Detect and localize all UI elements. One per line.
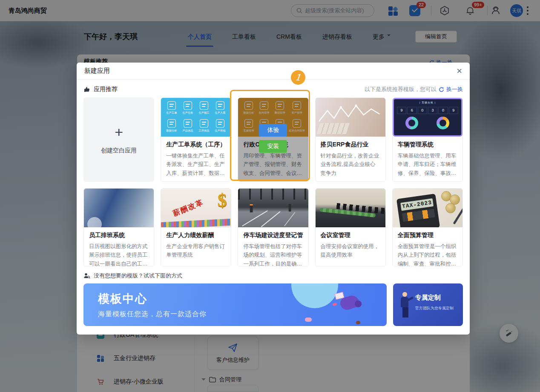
recommend-section-bar: 应用推荐 以下是系统推荐模版，您可以 换一换 bbox=[83, 86, 463, 93]
mini-app-icon bbox=[216, 101, 224, 110]
erp-photo-thumbnail bbox=[316, 98, 385, 137]
template-title: 会议室管理 bbox=[321, 232, 380, 239]
template-center-banner[interactable]: 模板中心 海量模板任您选，总有一款适合你 bbox=[83, 283, 387, 326]
create-blank-label: 创建空白应用 bbox=[101, 147, 137, 155]
modal-header: 新建应用 × bbox=[77, 63, 470, 80]
try-button[interactable]: 体验 bbox=[259, 124, 287, 137]
budget-photo-thumbnail: TAX-2023 bbox=[393, 189, 462, 227]
recommend-title: 应用推荐 bbox=[94, 86, 118, 93]
refresh-icon[interactable] bbox=[439, 87, 444, 92]
template-title: 全面预算管理 bbox=[398, 232, 457, 239]
template-desc: 日历视图以图形化的方式展示排班信息，使得员工可以一眼看出自己的工作日程。 bbox=[89, 242, 149, 266]
template-desc: 生产企业专用客户销售订单管理系统 bbox=[166, 242, 226, 260]
donut-chart bbox=[405, 117, 418, 129]
template-title: 员工排班系统 bbox=[89, 232, 149, 239]
template-card-erp-food[interactable]: 搭贝ERP食品行业 针对食品行业，改善企业业务流程,提高企业核心竞争力 bbox=[315, 97, 386, 182]
template-title: 停车场建设进度登记管理 bbox=[243, 232, 303, 239]
person-search-icon bbox=[83, 272, 90, 279]
schedule-photo-thumbnail bbox=[84, 189, 154, 227]
template-card-salary[interactable]: 薪酬改革 $ 生产人力绩效薪酬 生产企业专用客户销售订单管理系统 bbox=[161, 188, 231, 266]
modal-title: 新建应用 bbox=[84, 67, 110, 75]
template-desc: 一键体验集生产工单、任务派发、生产报工、生产入库、薪资计算、数据分析于一体的..… bbox=[166, 152, 226, 177]
template-title: 生产人力绩效薪酬 bbox=[166, 232, 226, 239]
dollar-sign: $ bbox=[217, 189, 227, 211]
banner-title: 模板中心 bbox=[98, 291, 147, 306]
consultant-illustration bbox=[401, 292, 410, 318]
template-card-meeting[interactable]: 会议室管理 合理安排会议室的使用，提高使用效率 bbox=[315, 188, 386, 266]
template-desc: 针对食品行业，改善企业业务流程,提高企业核心竞争力 bbox=[321, 152, 380, 177]
footer-hint-text: 没有您想要的模版？试试下面的方式 bbox=[94, 272, 182, 280]
custom-banner-title: 专属定制 bbox=[415, 294, 441, 302]
template-card-schedule[interactable]: 员工排班系统 日历视图以图形化的方式展示排班信息，使得员工可以一眼看出自己的工作… bbox=[83, 188, 154, 266]
template-card-parking[interactable]: 停车场建设进度登记管理 停车场管理包括了对停车场的规划、运营和维护等一系列工作，… bbox=[238, 188, 308, 266]
template-grid-row2: 员工排班系统 日历视图以图形化的方式展示排班信息，使得员工可以一眼看出自己的工作… bbox=[83, 188, 463, 266]
footer-hint-row: 没有您想要的模版？试试下面的方式 bbox=[83, 272, 463, 280]
template-card-production[interactable]: 生产工单 生产任务 生产报工 生产入库 数据分析 产品信息 工序信息 生产班组 … bbox=[161, 97, 231, 182]
close-icon[interactable]: × bbox=[457, 66, 462, 76]
calculator-graphic: TAX-2023 bbox=[396, 194, 440, 227]
template-desc: 停车场管理包括了对停车场的规划、运营和维护等一系列工作，目的是确保车辆安全停..… bbox=[243, 242, 303, 266]
mini-app-icon bbox=[200, 101, 208, 110]
template-title: 生产工单系统（工序） bbox=[166, 141, 226, 149]
donut-chart bbox=[437, 117, 449, 129]
parking-photo-thumbnail bbox=[238, 189, 308, 227]
banner-subtitle: 海量模板任您选，总有一款适合你 bbox=[98, 310, 207, 319]
card-hover-mask bbox=[238, 98, 308, 181]
mini-app-icon bbox=[200, 119, 208, 128]
mini-app-icon bbox=[184, 119, 192, 128]
template-card-vehicle[interactable]: | 车辆台账 | 9 6 0 3 0 9 车辆管理系统 bbox=[392, 97, 463, 182]
app-root: 青岛鸿尚商贸 超级搜索(搜索全站内容) 22 99+ 天琪 下午好，李天琪 个人… bbox=[0, 0, 540, 392]
mini-app-icon bbox=[167, 119, 176, 128]
template-card-budget[interactable]: TAX-2023 全面预算管理 全面预算管理是一个组织内从上到下的过程，包括编制… bbox=[392, 188, 463, 266]
banner-row: 模板中心 海量模板任您选，总有一款适合你 专属定制 官方团队为您专属定制 bbox=[83, 283, 463, 326]
create-blank-app-card[interactable]: + 创建空白应用 bbox=[83, 97, 154, 182]
template-title: 车辆管理系统 bbox=[398, 141, 457, 149]
template-title: 搭贝ERP食品行业 bbox=[321, 141, 380, 149]
meeting-photo-thumbnail bbox=[316, 189, 385, 227]
mini-app-icon bbox=[167, 101, 176, 110]
template-desc: 合理安排会议室的使用，提高使用效率 bbox=[321, 242, 380, 260]
production-thumbnail: 生产工单 生产任务 生产报工 生产入库 数据分析 产品信息 工序信息 生产班组 bbox=[161, 98, 231, 137]
custom-service-banner[interactable]: 专属定制 官方团队为您专属定制 bbox=[393, 283, 463, 326]
banner-illustration bbox=[333, 289, 362, 318]
salary-photo-thumbnail: 薪酬改革 $ bbox=[161, 189, 231, 227]
template-grid-row1: + 创建空白应用 生产工单 生产任务 生产报工 生产入库 数据分析 产品信息 工… bbox=[83, 97, 463, 182]
vehicle-dashboard-thumbnail: | 车辆台账 | 9 6 0 3 0 9 bbox=[393, 98, 462, 137]
recommend-hint: 以下是系统推荐模版，您可以 bbox=[365, 86, 437, 93]
install-button[interactable]: 安装 bbox=[259, 140, 287, 153]
thumbs-up-icon bbox=[83, 86, 90, 93]
plus-icon: + bbox=[115, 125, 123, 139]
mini-app-icon bbox=[216, 119, 224, 128]
template-desc: 全面预算管理是一个组织内从上到下的过程，包括编制、审查、审批和控制预算，旨在..… bbox=[398, 242, 457, 266]
mini-app-icon bbox=[184, 101, 192, 110]
template-card-oa[interactable]: 数据分析 合同管理 费用管理 资产管理 车辆管理 标准合同管理 行政OA管理系统… bbox=[238, 97, 308, 182]
change-templates-link[interactable]: 换一换 bbox=[446, 86, 463, 93]
new-app-modal: 新建应用 × 应用推荐 以下是系统推荐模版，您可以 换一换 + 创建空白应用 生 bbox=[77, 63, 470, 335]
template-desc: 车辆基础信息管理、用车申请、用车归还；车辆维修、保养、保险、事故、违章、加油 bbox=[398, 152, 457, 177]
custom-banner-subtitle: 官方团队为您专属定制 bbox=[415, 306, 454, 311]
